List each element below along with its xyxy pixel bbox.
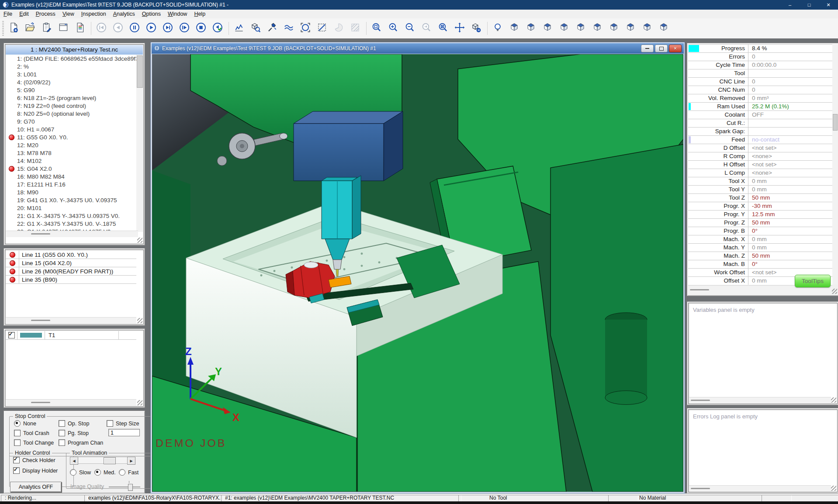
tool-change-checkbox[interactable]: Tool Change xyxy=(14,439,54,446)
animation-speed-scrollbar[interactable]: ◀ ▶ xyxy=(70,457,135,464)
nc-line[interactable]: 13: M78 M78 xyxy=(6,149,139,157)
view-bottom-button[interactable] xyxy=(641,22,654,35)
minimize-button[interactable]: – xyxy=(780,0,800,10)
nc-line[interactable]: 4: (02/09/22) xyxy=(6,78,139,86)
capture-circle-button[interactable] xyxy=(299,22,312,35)
resize-grip[interactable] xyxy=(832,289,837,294)
nc-program-title[interactable]: 1 : MV2400 Taper+Rotary Test.nc xyxy=(6,45,143,55)
menu-options[interactable]: Options xyxy=(139,10,164,18)
breakpoint-icon[interactable] xyxy=(9,166,14,172)
speed-slow-radio[interactable]: Slow xyxy=(70,469,91,476)
program-chan-checkbox[interactable]: Program Chan xyxy=(59,439,103,446)
light-options-button[interactable] xyxy=(491,22,504,35)
breakpoint-icon[interactable] xyxy=(9,135,14,140)
nc-line[interactable]: 18: M90 xyxy=(6,188,139,196)
view-iso-4-button[interactable] xyxy=(657,22,670,35)
step-forward-button[interactable] xyxy=(161,22,174,35)
view-iso-3-button[interactable] xyxy=(541,22,554,35)
nc-line[interactable]: 16: M80 M82 M84 xyxy=(6,173,139,180)
program-report-button[interactable] xyxy=(73,22,87,35)
nc-line[interactable]: 6: N18 Z1=-25 (program level) xyxy=(6,94,139,102)
menu-process[interactable]: Process xyxy=(32,10,59,18)
zoom-window-button[interactable] xyxy=(370,22,383,35)
maximize-button[interactable]: □ xyxy=(800,0,819,10)
tool-visible-checkbox[interactable] xyxy=(8,332,15,338)
mdi-restore-button[interactable] xyxy=(655,45,668,52)
nc-line[interactable]: 20: M101 xyxy=(6,204,139,212)
nc-line[interactable]: 8: N20 Z5=0 (optional level) xyxy=(6,110,139,117)
mdi-close-button[interactable]: ✕ xyxy=(669,45,682,52)
stop-button[interactable] xyxy=(194,22,208,35)
nc-line[interactable]: 1: (DEMO FILE: 60689625 e55fdacd 3dce89f… xyxy=(6,55,139,62)
tool-row[interactable]: T1 xyxy=(6,331,136,340)
zoom-out-button[interactable] xyxy=(403,22,416,35)
tooltips-button[interactable]: ToolTips xyxy=(795,275,831,287)
menu-file[interactable]: File xyxy=(0,10,16,18)
nc-line[interactable]: 7: N19 Z2=0 (feed control) xyxy=(6,102,139,110)
view-front-button[interactable] xyxy=(574,22,587,35)
inspect-solid-button[interactable] xyxy=(249,22,262,35)
variables-horizontal-scrollbar[interactable] xyxy=(689,397,831,403)
nc-horizontal-scrollbar[interactable] xyxy=(6,231,138,237)
breakpoint-row[interactable]: Line 11 (G55 G0 X0. Y0.) xyxy=(6,251,136,259)
analytics-graph-button[interactable] xyxy=(232,22,246,35)
step-backward-button[interactable] xyxy=(111,22,125,35)
reset-check-button[interactable] xyxy=(211,22,224,35)
display-holder-checkbox[interactable]: Display Holder xyxy=(13,467,58,474)
nc-line[interactable]: 21: G1 X-.34375 Y-.34375 U.09375 V0. xyxy=(6,212,139,220)
pan-view-button[interactable] xyxy=(453,22,466,35)
edit-program-button[interactable] xyxy=(40,22,53,35)
nc-line[interactable]: 14: M102 xyxy=(6,157,139,165)
menu-view[interactable]: View xyxy=(59,10,78,18)
resize-grip[interactable] xyxy=(137,318,142,323)
nc-line[interactable]: 2: % xyxy=(6,62,139,70)
simulation-window-title-bar[interactable]: Examples (v12)\EDM Examples\Test 9\TEST … xyxy=(152,43,684,54)
nc-vertical-scrollbar[interactable] xyxy=(136,55,143,232)
resize-grip[interactable] xyxy=(137,400,142,405)
view-left-button[interactable] xyxy=(624,22,637,35)
analytics-toggle-button[interactable]: Analytics OFF xyxy=(10,482,62,492)
new-program-button[interactable] xyxy=(7,22,20,35)
zoom-previous-button[interactable] xyxy=(420,22,433,35)
breakpoint-row[interactable]: Line 26 (M00(READY FOR PART)) xyxy=(6,267,136,276)
close-button[interactable]: ✕ xyxy=(819,0,838,10)
nc-line[interactable]: 17: E1211 H1 F.16 xyxy=(6,180,139,188)
wire-waves-button[interactable] xyxy=(282,22,295,35)
speed-fast-radio[interactable]: Fast xyxy=(119,469,139,476)
nc-line[interactable]: 10: H1 =.0067 xyxy=(6,125,139,133)
nc-line[interactable]: 9: G70 xyxy=(6,117,139,125)
menu-inspection[interactable]: Inspection xyxy=(78,10,110,18)
breakpoint-row[interactable]: Line 35 (B90) xyxy=(6,276,136,284)
image-quality-slider[interactable] xyxy=(109,481,140,490)
toolbar-grip[interactable] xyxy=(2,21,4,36)
section-hatch-button[interactable] xyxy=(349,22,362,35)
nc-line[interactable]: 5: G90 xyxy=(6,86,139,94)
open-program-button[interactable] xyxy=(24,22,37,35)
view-top-button[interactable] xyxy=(558,22,571,35)
errors-horizontal-scrollbar[interactable] xyxy=(689,485,831,491)
pg-stop-checkbox[interactable]: Pg. Stop xyxy=(59,430,89,436)
view-back-button[interactable] xyxy=(607,22,620,35)
nc-line[interactable]: 22: G1 X-.34375 Y.34375 U0. V-.1875 xyxy=(6,220,139,228)
export-view-button[interactable] xyxy=(470,22,483,35)
resize-grip[interactable] xyxy=(831,397,836,403)
new-window-button[interactable] xyxy=(57,22,70,35)
status-vertical-scrollbar[interactable] xyxy=(832,44,838,284)
pause-button[interactable] xyxy=(128,22,141,35)
view-right-button[interactable] xyxy=(591,22,604,35)
viewport-3d-scene[interactable]: Z Y X DEMO JOB xyxy=(152,54,683,492)
mdi-minimize-button[interactable] xyxy=(641,45,654,52)
check-holder-checkbox[interactable]: Check Holder xyxy=(13,457,55,463)
capture-off-button[interactable] xyxy=(315,22,329,35)
zoom-in-button[interactable] xyxy=(387,22,400,35)
menu-analytics[interactable]: Analytics xyxy=(110,10,139,18)
menu-window[interactable]: Window xyxy=(164,10,190,18)
tool-crash-checkbox[interactable]: Tool Crash xyxy=(14,430,49,436)
op-stop-checkbox[interactable]: Op. Stop xyxy=(59,420,89,427)
pie-report-button[interactable] xyxy=(332,22,345,35)
menu-edit[interactable]: Edit xyxy=(16,10,32,18)
nc-line[interactable]: 15: G04 X2.0 xyxy=(6,165,139,173)
zoom-extents-button[interactable] xyxy=(436,22,450,35)
nc-line[interactable]: 12: M20 xyxy=(6,141,139,149)
nc-line[interactable]: 3: L001 xyxy=(6,70,139,78)
